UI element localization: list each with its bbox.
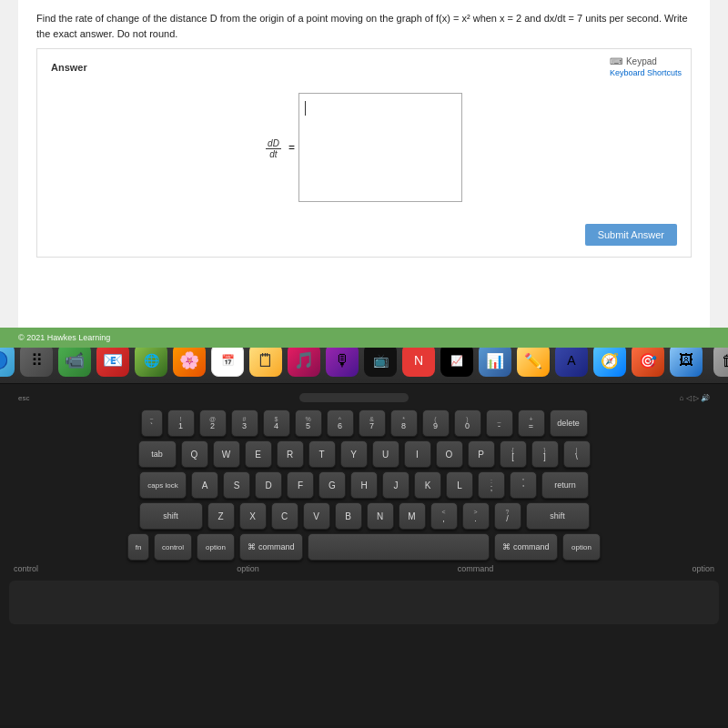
key-q[interactable]: Q — [181, 440, 208, 468]
key-r[interactable]: R — [277, 440, 304, 468]
label-option: option — [237, 564, 259, 573]
key-delete[interactable]: delete — [550, 410, 588, 437]
key-4[interactable]: $4 — [263, 410, 290, 437]
key-rbracket[interactable]: }] — [531, 440, 559, 468]
key-minus[interactable]: _- — [486, 410, 513, 437]
keyboard-zxcv-row: shift Z X C V B N M <, >. ?/ shift — [139, 502, 590, 530]
dock-news[interactable]: N — [402, 344, 435, 377]
key-w[interactable]: W — [213, 440, 240, 468]
key-g[interactable]: G — [318, 471, 346, 499]
key-fn[interactable]: fn — [127, 533, 149, 561]
footer-bar: © 2021 Hawkes Learning — [0, 328, 728, 348]
key-7[interactable]: &7 — [359, 410, 386, 437]
dock-finder[interactable]: 🔵 — [0, 344, 15, 377]
key-v[interactable]: V — [303, 502, 330, 530]
keyboard-shortcuts-link[interactable]: Keyboard Shortcuts — [610, 68, 682, 77]
key-a[interactable]: A — [191, 471, 218, 499]
dock-appa[interactable]: A — [555, 344, 588, 377]
math-input-box[interactable] — [298, 93, 462, 202]
key-space[interactable] — [308, 533, 490, 561]
trackpad[interactable] — [9, 581, 719, 624]
dock-icon-misc1[interactable]: 🎯 — [632, 344, 664, 377]
key-t[interactable]: T — [308, 440, 336, 468]
key-m[interactable]: M — [399, 502, 426, 530]
key-9[interactable]: (9 — [422, 410, 450, 437]
dock-stocks[interactable]: 📈 — [440, 344, 473, 377]
key-1[interactable]: !1 — [167, 410, 195, 437]
key-equals[interactable]: += — [518, 410, 545, 437]
key-quote[interactable]: "' — [510, 471, 537, 499]
dock-network[interactable]: 🌐 — [135, 344, 167, 377]
key-tab[interactable]: tab — [138, 440, 177, 468]
key-k[interactable]: K — [414, 471, 441, 499]
keyboard-area: esc ⌂ ◁ ▷ 🔊 ~` !1 @2 #3 $4 %5 ^6 &7 *8 (… — [0, 384, 728, 725]
key-shift-right[interactable]: shift — [526, 502, 590, 530]
key-o[interactable]: O — [436, 440, 463, 468]
keyboard-number-row: ~` !1 @2 #3 $4 %5 ^6 &7 *8 (9 )0 _- += d… — [141, 410, 588, 437]
keypad-icon: ⌨ — [610, 56, 622, 66]
key-control[interactable]: control — [154, 533, 192, 561]
key-n[interactable]: N — [367, 502, 394, 530]
key-option-left[interactable]: option — [197, 533, 235, 561]
dock-notes[interactable]: 🗒 — [249, 344, 282, 377]
fraction-numerator: dD — [266, 138, 281, 149]
key-lbracket[interactable]: {[ — [500, 440, 527, 468]
key-b[interactable]: B — [335, 502, 362, 530]
key-z[interactable]: Z — [207, 502, 235, 530]
fraction-denominator: dt — [268, 149, 278, 159]
key-0[interactable]: )0 — [454, 410, 481, 437]
key-l[interactable]: L — [446, 471, 473, 499]
dock-icon-misc2[interactable]: 🖼 — [670, 344, 703, 377]
key-comma[interactable]: <, — [430, 502, 458, 530]
key-i[interactable]: I — [404, 440, 431, 468]
key-capslock[interactable]: caps lock — [139, 471, 187, 499]
dock-launchpad[interactable]: ⠿ — [20, 344, 53, 377]
key-option-right[interactable]: option — [562, 533, 601, 561]
dock-photos[interactable]: 🌸 — [173, 344, 206, 377]
key-x[interactable]: X — [239, 502, 267, 530]
key-6[interactable]: ^6 — [327, 410, 354, 437]
fraction: dD dt — [266, 138, 281, 159]
key-5[interactable]: %5 — [295, 410, 322, 437]
key-slash[interactable]: ?/ — [494, 502, 521, 530]
key-backslash[interactable]: |\ — [563, 440, 591, 468]
dock-calendar[interactable]: 📅 — [211, 344, 244, 377]
key-semicolon[interactable]: :; — [478, 471, 505, 499]
dock-keynote[interactable]: 📊 — [479, 344, 511, 377]
dock-facetime[interactable]: 📹 — [58, 344, 91, 377]
keypad-button[interactable]: ⌨ Keypad — [610, 56, 657, 66]
key-shift-left[interactable]: shift — [139, 502, 203, 530]
key-command-left[interactable]: ⌘ command — [239, 533, 303, 561]
key-c[interactable]: C — [271, 502, 298, 530]
label-option2: option — [692, 564, 714, 573]
keyboard-bottom-labels: control option command option — [9, 564, 719, 573]
key-p[interactable]: P — [468, 440, 495, 468]
dock-trash[interactable]: 🗑 — [713, 344, 728, 377]
dock-safari[interactable]: 🧭 — [593, 344, 626, 377]
key-3[interactable]: #3 — [231, 410, 258, 437]
key-d[interactable]: D — [255, 471, 282, 499]
key-y[interactable]: Y — [340, 440, 368, 468]
key-command-right[interactable]: ⌘ command — [494, 533, 558, 561]
dock-mail[interactable]: 📧 — [96, 344, 129, 377]
laptop-screen: Find the rate of change of the distance … — [0, 0, 728, 337]
key-return[interactable]: return — [541, 471, 589, 499]
key-h[interactable]: H — [350, 471, 378, 499]
submit-answer-button[interactable]: Submit Answer — [585, 224, 677, 246]
math-input-container: dD dt = — [51, 93, 677, 202]
key-s[interactable]: S — [223, 471, 250, 499]
key-2[interactable]: @2 — [199, 410, 227, 437]
dock-music[interactable]: 🎵 — [288, 344, 320, 377]
key-f[interactable]: F — [287, 471, 314, 499]
answer-label: Answer — [51, 62, 87, 73]
key-8[interactable]: *8 — [390, 410, 418, 437]
key-u[interactable]: U — [372, 440, 399, 468]
dock-podcasts[interactable]: 🎙 — [326, 344, 359, 377]
key-period[interactable]: >. — [462, 502, 490, 530]
key-j[interactable]: J — [382, 471, 410, 499]
keyboard-modifier-row: fn control option ⌘ command ⌘ command op… — [127, 533, 601, 561]
dock-appletv[interactable]: 📺 — [364, 344, 397, 377]
key-e[interactable]: E — [245, 440, 272, 468]
key-backtick[interactable]: ~` — [141, 410, 163, 437]
dock-pencil[interactable]: ✏️ — [517, 344, 550, 377]
